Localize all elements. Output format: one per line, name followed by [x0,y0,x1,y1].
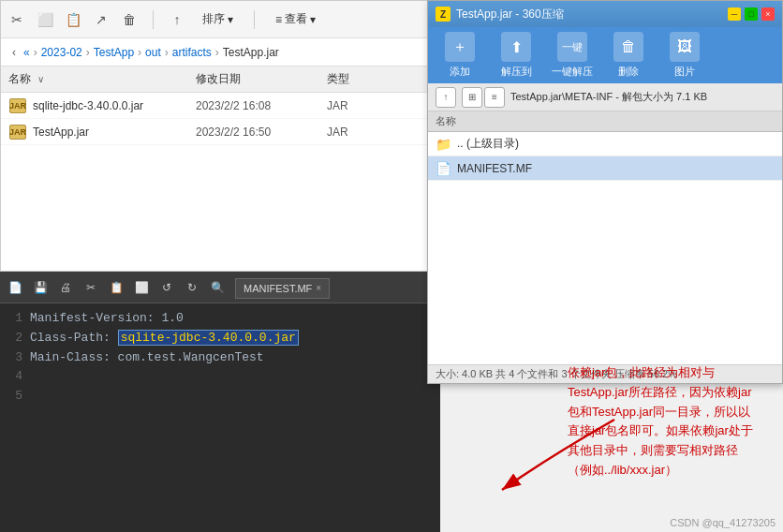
file-type: JAR [327,126,348,139]
compression-file-list: 📁 .. (上级目录) 📄 MANIFEST.MF [428,132,782,364]
tab-close-button[interactable]: × [316,283,321,293]
compression-subbar: ↑ ⊞ ≡ TestApp.jar\META-INF - 解包大小为 7.1 K… [428,83,782,111]
cut-icon[interactable]: ✂ [8,11,25,28]
line-prefix: Class-Path: [30,331,118,345]
path-artifacts[interactable]: artifacts [172,46,212,59]
line-number: 3 [7,348,22,368]
compression-toolbar: ＋ 添加 ⬆ 解压到 一键 一键解压 🗑 删除 🖼 图片 [428,27,782,83]
app-icon: Z [436,7,451,22]
add-button[interactable]: ＋ 添加 [439,32,480,79]
one-click-label: 一键解压 [552,65,593,79]
jar-icon: JAR [8,123,27,141]
add-icon: ＋ [445,32,475,62]
jar-icon: JAR [8,96,27,115]
copy-editor-icon[interactable]: 📋 [105,276,127,299]
path-2023-02-label[interactable]: 2023-02 [41,46,82,59]
paste-icon[interactable]: 📋 [65,11,81,28]
path-out[interactable]: out [145,46,161,59]
one-click-extract-button[interactable]: 一键 一键解压 [552,32,593,79]
extract-to-label: 解压到 [501,65,532,79]
save-icon[interactable]: 💾 [29,276,52,299]
file-name: sqlite-jdbc-3.40.0.0.jar [33,99,196,112]
col-name-header[interactable]: 名称 ∨ [8,71,196,87]
editor-content[interactable]: 1 Manifest-Version: 1.0 2 Class-Path: sq… [0,303,440,532]
paste-editor-icon[interactable]: ⬜ [130,276,153,299]
sort-label: 排序 [202,11,225,27]
status-text: 大小: 4.0 KB 共 4 个文件和 3 个文件夹 压缩率 56.2% [436,367,677,381]
table-row[interactable]: JAR TestApp.jar 2023/2/2 16:50 JAR [1,119,439,145]
search-icon[interactable]: 🔍 [206,276,229,299]
view-dropdown-icon: ▾ [310,13,316,26]
sort-button[interactable]: 排序 ▾ [197,9,239,29]
breadcrumb: « › 2023-02 › TestApp › out › artifacts … [23,46,432,59]
editor-line-1: 1 Manifest-Version: 1.0 [7,309,433,329]
editor-line-3: 3 Main-Class: com.test.WangcenTest [7,348,433,368]
image-icon: 🖼 [670,32,700,62]
app-title: TestApp.jar - 360压缩 [456,7,564,22]
close-button[interactable]: × [761,7,775,21]
delete-label: 删除 [618,65,639,79]
delete-comp-icon: 🗑 [613,32,643,62]
file-date: 2023/2/2 16:50 [196,126,327,139]
compression-path: TestApp.jar\META-INF - 解包大小为 7.1 KB [510,90,775,104]
list-item[interactable]: 📄 MANIFEST.MF [428,156,782,181]
list-view-button[interactable]: ⊞ [462,87,482,108]
highlighted-jar-path: sqlite-jdbc-3.40.0.0.jar [118,330,299,346]
delete-comp-button[interactable]: 🗑 删除 [608,32,649,79]
list-item[interactable]: 📁 .. (上级目录) [428,132,782,156]
file-entry-name: .. (上级目录) [457,136,519,152]
file-type: JAR [327,99,348,112]
toolbar-separator2 [254,10,255,29]
copy-icon[interactable]: ⬜ [37,11,53,28]
new-file-icon[interactable]: 📄 [4,276,26,299]
line-number: 4 [7,367,22,387]
col-date-header[interactable]: 修改日期 [196,71,327,87]
editor-line-2: 2 Class-Path: sqlite-jdbc-3.40.0.0.jar [7,329,433,348]
extract-to-button[interactable]: ⬆ 解压到 [495,32,537,79]
image-button[interactable]: 🖼 图片 [664,32,705,79]
file-entry-name: MANIFEST.MF [457,162,532,175]
maximize-button[interactable]: □ [745,7,758,21]
table-row[interactable]: JAR sqlite-jdbc-3.40.0.0.jar 2023/2/2 16… [1,93,439,119]
path-testapp[interactable]: TestApp [94,46,134,59]
detail-view-button[interactable]: ≡ [484,87,505,108]
line-text: Manifest-Version: 1.0 [30,309,184,329]
explorer-toolbar: ✂ ⬜ 📋 ↗ 🗑 ↑ 排序 ▾ ≡ 查看 ▾ [1,1,439,38]
redo-icon[interactable]: ↻ [181,276,203,299]
extract-to-icon: ⬆ [501,32,531,62]
one-click-icon: 一键 [557,32,587,62]
col-date-label: 修改日期 [196,72,241,85]
editor-line-5: 5 [7,387,433,406]
path-2023-02[interactable]: « [23,46,30,59]
watermark: CSDN @qq_41273205 [670,517,776,528]
editor-line-4: 4 [7,367,433,387]
editor-panel: 📄 💾 🖨 ✂ 📋 ⬜ ↺ ↻ 🔍 MANIFEST.MF × 1 Manife… [0,272,440,532]
file-list: JAR sqlite-jdbc-3.40.0.0.jar 2023/2/2 16… [1,93,439,271]
add-label: 添加 [450,65,470,79]
editor-toolbar: 📄 💾 🖨 ✂ 📋 ⬜ ↺ ↻ 🔍 MANIFEST.MF × [0,272,440,303]
line-number: 2 [7,329,22,348]
line-number: 5 [7,387,22,406]
print-icon[interactable]: 🖨 [54,276,77,299]
compression-panel: Z TestApp.jar - 360压缩 ─ □ × ＋ 添加 ⬆ 解压到 一… [427,0,783,384]
nav-back-button[interactable]: ‹ [8,46,20,59]
compression-titlebar: Z TestApp.jar - 360压缩 ─ □ × [428,1,782,27]
line-number: 1 [7,309,22,329]
delete-icon[interactable]: 🗑 [121,11,138,28]
undo-icon[interactable]: ↺ [155,276,178,299]
view-button[interactable]: ≡ 查看 ▾ [270,9,321,29]
cut-editor-icon[interactable]: ✂ [80,276,102,299]
move-icon[interactable]: ↗ [93,11,110,28]
toolbar-separator [153,10,154,29]
up-icon[interactable]: ↑ [169,11,185,28]
title-left: Z TestApp.jar - 360压缩 [436,7,564,22]
folder-icon: 📁 [436,137,451,152]
col-type-header[interactable]: 类型 [327,71,349,87]
comp-back-button[interactable]: ↑ [436,87,456,108]
line-text: Class-Path: sqlite-jdbc-3.40.0.0.jar [30,329,299,348]
minimize-button[interactable]: ─ [728,7,741,21]
comp-column-header: 名称 [428,111,782,132]
view-label: 查看 [285,11,307,27]
file-explorer: ✂ ⬜ 📋 ↗ 🗑 ↑ 排序 ▾ ≡ 查看 ▾ ‹ « › 2023-02 › … [0,0,440,272]
editor-tab-manifest[interactable]: MANIFEST.MF × [235,278,330,299]
